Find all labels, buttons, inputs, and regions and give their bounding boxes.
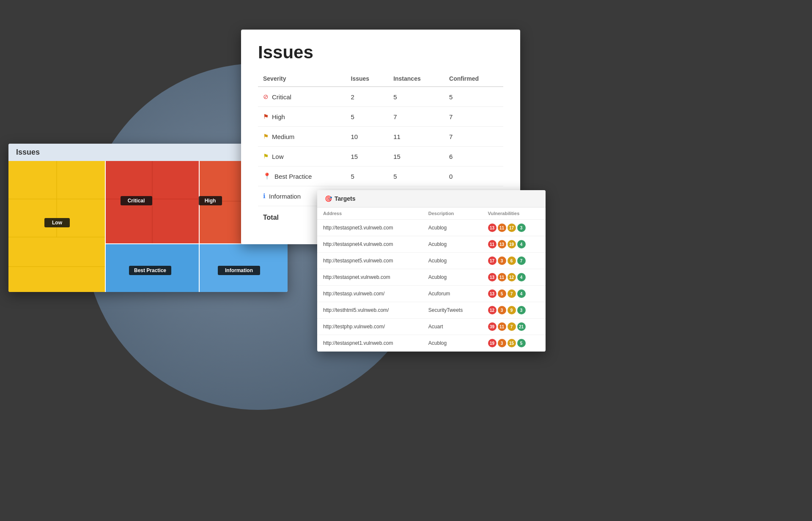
- vuln-badge: 13: [488, 273, 497, 281]
- severity-label: Medium: [272, 133, 294, 140]
- vuln-badge: 21: [517, 322, 526, 331]
- target-vulnerabilities: 193155: [482, 335, 546, 352]
- targets-col-vulnerabilities: Vulnerabilities: [482, 207, 546, 220]
- severity-cell: ⚑ Medium: [258, 127, 346, 147]
- issues-count: 2: [346, 87, 389, 107]
- target-icon: 🎯: [325, 195, 332, 202]
- target-address: http://testaspnet4.vulnweb.com: [317, 236, 422, 253]
- vuln-badge: 3: [498, 256, 506, 265]
- vuln-badge: 39: [488, 322, 497, 331]
- targets-card: 🎯 Targets Address Description Vulnerabil…: [317, 190, 546, 352]
- target-description: Acublog: [422, 335, 482, 352]
- vuln-badge: 3: [498, 339, 506, 347]
- vuln-badge: 4: [517, 273, 526, 281]
- target-description: Acublog: [422, 253, 482, 269]
- target-address: http://testaspnet3.vulnweb.com: [317, 220, 422, 236]
- vuln-badge: 5: [517, 339, 526, 347]
- table-row: http://testaspnet1.vulnweb.com Acublog 1…: [317, 335, 546, 352]
- confirmed-count: 0: [444, 166, 503, 186]
- vuln-badge: 7: [508, 322, 516, 331]
- vuln-badge: 3: [498, 306, 506, 314]
- table-row: ⚑ Medium 10 11 7: [258, 127, 503, 147]
- target-vulnerabilities: 13574: [482, 286, 546, 302]
- vuln-badge: 4: [517, 289, 526, 298]
- target-vulnerabilities: 3911721: [482, 319, 546, 335]
- table-row: http://testaspnet5.vulnweb.com Acublog 1…: [317, 253, 546, 269]
- table-row: ⊘ Critical 2 5 5: [258, 87, 503, 107]
- targets-header: 🎯 Targets: [317, 190, 546, 207]
- target-description: Acuart: [422, 319, 482, 335]
- severity-label: Critical: [272, 93, 291, 101]
- severity-cell: ⊘ Critical: [258, 87, 346, 107]
- vuln-badge: 17: [488, 256, 497, 265]
- table-row: http://testaspnet.vulnweb.com Acublog 13…: [317, 269, 546, 286]
- target-description: Acublog: [422, 269, 482, 286]
- issues-count: 10: [346, 127, 389, 147]
- vuln-badge: 17: [508, 224, 516, 232]
- vuln-badge: 12: [508, 273, 516, 281]
- instances-count: 15: [388, 147, 444, 166]
- targets-title: Targets: [335, 195, 356, 202]
- svg-text:Critical: Critical: [128, 198, 145, 204]
- targets-table: Address Description Vulnerabilities http…: [317, 207, 546, 352]
- table-row: 📍 Best Practice 5 5 0: [258, 166, 503, 186]
- treemap-title-text: Issues: [16, 148, 40, 156]
- vuln-badge: 12: [488, 306, 497, 314]
- vuln-badge: 4: [517, 240, 526, 248]
- col-confirmed: Confirmed: [444, 71, 503, 87]
- target-vulnerabilities: 1311124: [482, 269, 546, 286]
- table-row: ⚑ Low 15 15 6: [258, 147, 503, 166]
- severity-cell: 📍 Best Practice: [258, 166, 346, 186]
- confirmed-count: 6: [444, 147, 503, 166]
- table-header-row: Severity Issues Instances Confirmed: [258, 71, 503, 87]
- target-address: http://testhtml5.vulnweb.com/: [317, 302, 422, 319]
- target-description: Acuforum: [422, 286, 482, 302]
- svg-text:Information: Information: [225, 267, 253, 273]
- severity-label: Best Practice: [274, 173, 312, 180]
- target-description: Acublog: [422, 220, 482, 236]
- vuln-badge: 15: [508, 339, 516, 347]
- issues-count: 15: [346, 147, 389, 166]
- instances-count: 7: [388, 107, 444, 127]
- vuln-badge: 3: [517, 224, 526, 232]
- targets-header-row: Address Description Vulnerabilities: [317, 207, 546, 220]
- table-row: ⚑ High 5 7 7: [258, 107, 503, 127]
- instances-count: 5: [388, 166, 444, 186]
- confirmed-count: 5: [444, 87, 503, 107]
- instances-count: 5: [388, 87, 444, 107]
- instances-count: 11: [388, 127, 444, 147]
- table-row: http://testaspnet4.vulnweb.com Acublog 1…: [317, 236, 546, 253]
- vuln-badge: 11: [498, 273, 506, 281]
- target-address: http://testasp.vulnweb.com/: [317, 286, 422, 302]
- vuln-badge: 5: [498, 289, 506, 298]
- targets-col-address: Address: [317, 207, 422, 220]
- target-address: http://testaspnet5.vulnweb.com: [317, 253, 422, 269]
- severity-cell: ⚑ High: [258, 107, 346, 127]
- vuln-badge: 11: [488, 240, 497, 248]
- target-vulnerabilities: 17367: [482, 253, 546, 269]
- svg-text:High: High: [205, 198, 216, 204]
- vuln-badge: 9: [508, 306, 516, 314]
- table-row: http://testphp.vulnweb.com/ Acuart 39117…: [317, 319, 546, 335]
- target-vulnerabilities: 1311173: [482, 220, 546, 236]
- issues-count: 5: [346, 107, 389, 127]
- vuln-badge: 6: [508, 256, 516, 265]
- vuln-badge: 7: [517, 256, 526, 265]
- target-description: SecurityTweets: [422, 302, 482, 319]
- table-row: http://testhtml5.vulnweb.com/ SecurityTw…: [317, 302, 546, 319]
- svg-text:Low: Low: [52, 220, 63, 226]
- target-vulnerabilities: 12393: [482, 302, 546, 319]
- col-issues: Issues: [346, 71, 389, 87]
- vuln-badge: 11: [498, 224, 506, 232]
- confirmed-count: 7: [444, 127, 503, 147]
- target-address: http://testaspnet.vulnweb.com: [317, 269, 422, 286]
- severity-cell: ⚑ Low: [258, 147, 346, 166]
- table-row: http://testaspnet3.vulnweb.com Acublog 1…: [317, 220, 546, 236]
- vuln-badge: 19: [508, 240, 516, 248]
- vuln-badge: 13: [488, 224, 497, 232]
- vuln-badge: 13: [498, 240, 506, 248]
- severity-label: High: [272, 113, 285, 120]
- target-address: http://testaspnet1.vulnweb.com: [317, 335, 422, 352]
- svg-text:Best Practice: Best Practice: [134, 267, 166, 273]
- target-description: Acublog: [422, 236, 482, 253]
